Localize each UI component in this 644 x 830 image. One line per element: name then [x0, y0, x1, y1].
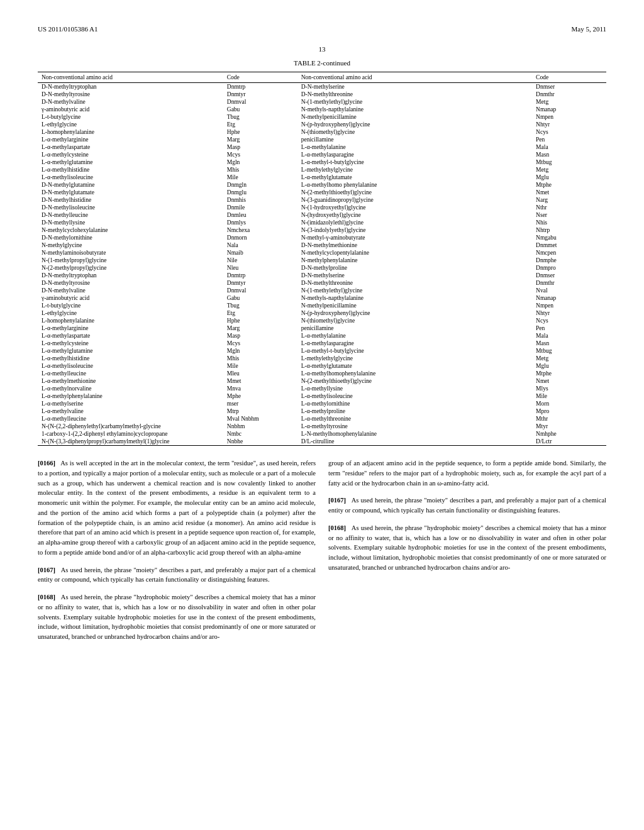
- table-cell: N-methylphenylalanine: [297, 257, 532, 264]
- table-cell: L-α-methylisoleucine: [38, 174, 223, 181]
- table-cell: N-methylcyclohexylalanine: [38, 226, 223, 234]
- table-cell: Mcys: [223, 151, 297, 158]
- table-cell: Nnbhe: [223, 438, 297, 446]
- table-cell: Morn: [532, 400, 606, 407]
- table-cell: L-α-methylproline: [297, 407, 532, 415]
- table-cell: Metg: [532, 166, 606, 174]
- table-cell: Pen: [532, 324, 606, 332]
- table-cell: Mphe: [223, 392, 297, 400]
- table-cell: N-(N-(3,3-diphenylpropyl)carbamylmethyl(…: [38, 438, 223, 446]
- table-cell: N-methylpenicillamine: [297, 113, 532, 121]
- table-row: N-methylaminoisobutyrateNmaibN-methylcyc…: [38, 249, 606, 257]
- table-cell: N-(thiomethyl)glycine: [297, 128, 532, 136]
- table-cell: N-(hydroxyethyl)glycine: [297, 211, 532, 219]
- table-row: L-α-methylvalineMtrpL-α-methylprolineMpr…: [38, 407, 606, 415]
- table-cell: Ncys: [532, 128, 606, 136]
- table-cell: L-N-methylhomophenylalanine: [297, 430, 532, 438]
- table-cell: L-α-methylisoleucine: [38, 362, 223, 370]
- table-cell: Masp: [223, 143, 297, 151]
- table-cell: L-α-methylornithine: [297, 400, 532, 407]
- table-cell: Mgln: [223, 158, 297, 166]
- table-cell: Nmhphe: [532, 430, 606, 438]
- table-cell: Marg: [223, 324, 297, 332]
- table-row: D-N-methylhistidineDnmhisN-(3-guanidinop…: [38, 196, 606, 204]
- table-title: TABLE 2-continued: [38, 59, 606, 67]
- page-number: 13: [38, 45, 606, 53]
- table-row: L-α-methylarginineMargpenicillaminePen: [38, 136, 606, 143]
- table-cell: L-α-methylasparagine: [297, 340, 532, 347]
- table-cell: L-t-butylglycine: [38, 302, 223, 309]
- table-row: L-α-methylleucineMleuL-α-methylhomopheny…: [38, 370, 606, 377]
- right-para-1: group of an adjacent amino acid in the p…: [328, 458, 606, 488]
- table-cell: Mtbug: [532, 158, 606, 166]
- table-cell: N-methyl-γ-aminobutyrate: [297, 234, 532, 241]
- table-cell: Nval: [532, 287, 606, 294]
- table-cell: Mala: [532, 332, 606, 340]
- table-cell: L-α-methylalanine: [297, 332, 532, 340]
- table-cell: Etg: [223, 309, 297, 317]
- table-cell: N-(1-methylpropyl)glycine: [38, 257, 223, 264]
- table-cell: Dnmser: [532, 83, 606, 91]
- table-row: D-N-methyltyrosineDnmtyrD-N-methylthreon…: [38, 91, 606, 98]
- table-cell: N-(2-methylthioethyl)glycine: [297, 189, 532, 196]
- table-cell: Dnmtrp: [223, 83, 297, 91]
- table-cell: D-N-methylvaline: [38, 98, 223, 106]
- table-row: D-N-methyltyrosineDnmtyrD-N-methylthreon…: [38, 279, 606, 287]
- table-cell: D-N-methylhistidine: [38, 196, 223, 204]
- table-row: L-α-methylcysteineMcysL-α-methylasparagi…: [38, 151, 606, 158]
- table-row: D-N-methylornithineDnmornN-methyl-γ-amin…: [38, 234, 606, 241]
- table-cell: N-(thiomethyl)glycine: [297, 317, 532, 324]
- table-cell: penicillamine: [297, 324, 532, 332]
- table-cell: D-N-methylleucine: [38, 211, 223, 219]
- table-row: D-N-methylisoleucineDnmileN-(1-hydroxyet…: [38, 204, 606, 211]
- table-cell: N-(2-methylthioethyl)glycine: [297, 377, 532, 385]
- table-cell: L-α-methylphenylalanine: [38, 392, 223, 400]
- table-cell: L-α-methylhomo phenylalanine: [297, 181, 532, 189]
- table-cell: L-α-methylglutamine: [38, 347, 223, 355]
- table-cell: L-t-butylglycine: [38, 113, 223, 121]
- table-cell: Mpro: [532, 407, 606, 415]
- table-cell: N-(1-methylethyl)glycine: [297, 287, 532, 294]
- table-cell: 1-carboxy-1-(2,2-diphenyl ethylamino)cyc…: [38, 430, 223, 438]
- table-cell: D-N-methyllysine: [38, 219, 223, 226]
- table-cell: Nmanap: [532, 106, 606, 113]
- table-cell: Hphe: [223, 317, 297, 324]
- table-cell: N-(N-(2,2-diphenylethyl)carbamylmethyl-g…: [38, 423, 223, 430]
- table-cell: L-α-methylhomophenylalanine: [297, 370, 532, 377]
- table-cell: N-methylaminoisobutyrate: [38, 249, 223, 257]
- table-cell: D-N-methylproline: [297, 264, 532, 272]
- page: US 2011/0105386 A1 May 5, 2011 13 TABLE …: [0, 0, 644, 830]
- table-cell: L-α-methylaspartate: [38, 143, 223, 151]
- table-row: L-α-methylarginineMargpenicillaminePen: [38, 324, 606, 332]
- table-row: D-N-methylvalineDnmvalN-(1-methylethyl)g…: [38, 287, 606, 294]
- table-cell: Mtbug: [532, 347, 606, 355]
- table-cell: penicillamine: [297, 136, 532, 143]
- table-cell: γ-aminobutyric acid: [38, 106, 223, 113]
- left-column: [0166] As is well accepted in the art in…: [38, 458, 316, 650]
- table-cell: L-α-methyl-t-butylglycine: [297, 347, 532, 355]
- page-header: US 2011/0105386 A1 May 5, 2011: [38, 25, 606, 33]
- header-left: US 2011/0105386 A1: [38, 25, 98, 33]
- table-cell: L-α-methylaspartate: [38, 332, 223, 340]
- table-row: L-ethylglycineEtgN-(p-hydroxyphenyl)glyc…: [38, 309, 606, 317]
- table-cell: L-α-methyltyrosine: [297, 423, 532, 430]
- table-cell: Dnmmet: [532, 241, 606, 249]
- table-cell: L-α-methyllysine: [297, 385, 532, 392]
- para-0167: [0167] As used herein, the phrase "moiet…: [38, 565, 316, 585]
- table-cell: Nhis: [532, 219, 606, 226]
- table-cell: N-methyls-napthylalanine: [297, 294, 532, 302]
- table-row: N-methylcyclohexylalanineNmchexaN-(3-ind…: [38, 226, 606, 234]
- table-cell: Mval Nnbhm: [223, 415, 297, 423]
- table-cell: Dnmser: [532, 272, 606, 279]
- table-row: L-α-methylserinemserL-α-methylornithineM…: [38, 400, 606, 407]
- table-cell: Dnmile: [223, 204, 297, 211]
- table-cell: D-N-methylisoleucine: [38, 204, 223, 211]
- table-cell: L-α-methylhistidine: [38, 355, 223, 362]
- table-cell: L-α-methylarginine: [38, 324, 223, 332]
- table-cell: Mthr: [532, 415, 606, 423]
- table-cell: L-ethylglycine: [38, 309, 223, 317]
- table-row: L-α-methylphenylalanineMpheL-α-methyliso…: [38, 392, 606, 400]
- table-cell: D-N-methylglutamate: [38, 189, 223, 196]
- table-cell: L-homophenylalanine: [38, 317, 223, 324]
- table-cell: L-α-methylasparagine: [297, 151, 532, 158]
